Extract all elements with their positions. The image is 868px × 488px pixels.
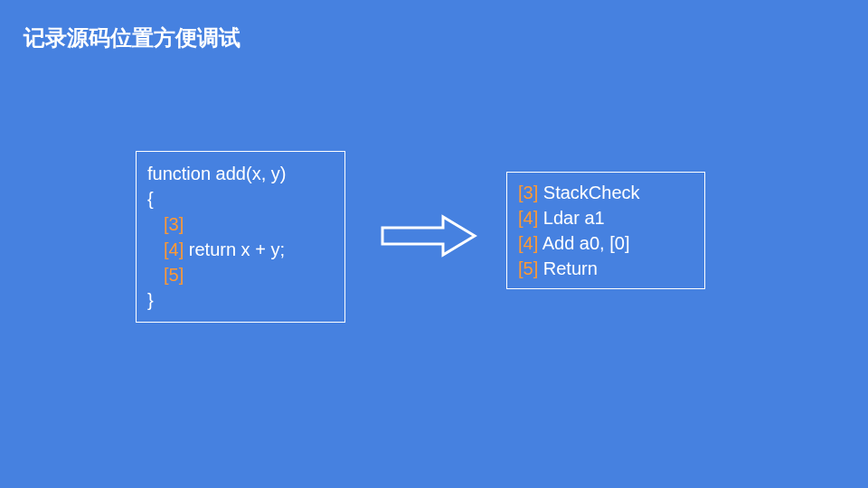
bytecode-line: [3] StackCheck (518, 180, 693, 205)
line-marker: [4] (518, 208, 538, 228)
bytecode-text: Ldar a1 (538, 208, 604, 228)
bytecode-text: Add a0, [0] (538, 233, 629, 253)
line-marker: [3] (164, 214, 184, 234)
source-line: [4] return x + y; (147, 237, 334, 262)
bytecode-line: [5] Return (518, 256, 693, 281)
source-line: [5] (147, 262, 334, 287)
line-marker: [4] (518, 233, 538, 253)
source-text: return x + y; (184, 239, 285, 259)
arrow-icon (380, 214, 479, 258)
source-line: function add(x, y) (147, 161, 334, 186)
line-marker: [3] (518, 183, 538, 202)
line-marker: [4] (164, 239, 184, 259)
source-line: [3] (147, 211, 334, 237)
bytecode-text: Return (538, 258, 598, 278)
bytecode-line: [4] Ldar a1 (518, 205, 693, 230)
bytecode-box: [3] StackCheck [4] Ldar a1 [4] Add a0, [… (506, 172, 705, 289)
line-marker: [5] (518, 258, 538, 278)
bytecode-text: StackCheck (538, 183, 639, 202)
slide-title: 记录源码位置方便调试 (24, 23, 241, 52)
source-line: { (147, 186, 334, 211)
line-marker: [5] (164, 265, 184, 285)
bytecode-line: [4] Add a0, [0] (518, 230, 693, 256)
source-line: } (147, 287, 334, 313)
source-code-box: function add(x, y) { [3] [4] return x + … (136, 151, 345, 323)
